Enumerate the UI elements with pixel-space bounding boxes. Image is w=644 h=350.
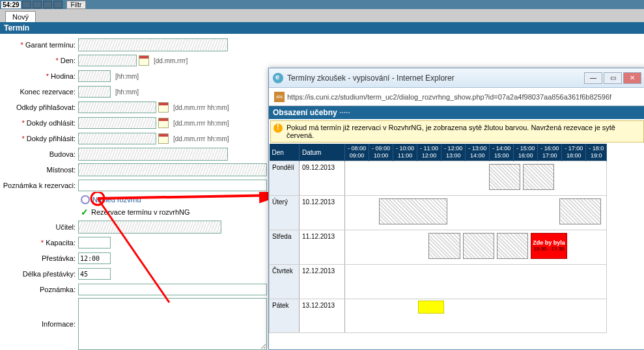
- schedule-block[interactable]: [497, 233, 528, 259]
- calendar-icon[interactable]: [158, 133, 169, 144]
- popup-titlebar[interactable]: Termíny zkoušek - vypisování - Internet …: [269, 68, 644, 88]
- reserved-block[interactable]: [418, 301, 444, 314]
- address-bar[interactable]: sis https://is.cuni.cz/studium/term_uc2/…: [269, 88, 644, 106]
- label-kapacita: Kapacita:: [46, 239, 76, 247]
- tab-novy[interactable]: Nový: [5, 11, 36, 22]
- dokdy-odhl-input[interactable]: [78, 117, 156, 129]
- print-icon[interactable]: [53, 1, 63, 8]
- label-budova: Budova:: [49, 150, 76, 158]
- table-row: Pátek 13.12.2013: [270, 299, 607, 333]
- label-pozn-rez: Poznámka k rezervaci:: [3, 182, 76, 189]
- schedule-block[interactable]: [559, 198, 601, 224]
- col-den: Den: [270, 144, 300, 161]
- popup-content: Obsazení učebny ····· Pokud má termín ji…: [269, 106, 644, 349]
- day-cell: Úterý: [270, 196, 300, 230]
- col-hour: - 16:0017:00: [538, 144, 562, 161]
- hint-dokdy-prihl: [dd.mm.rrrr hh:mm]: [171, 135, 229, 142]
- ie-icon: [273, 73, 283, 83]
- table-header-row: Den Datum - 08:0009:00 - 09:0010:00 - 10…: [270, 144, 607, 161]
- nahled-rozvrhu-link[interactable]: Náhled rozvrhu: [92, 196, 141, 204]
- hint-hodina: [hh:mm]: [113, 73, 139, 80]
- budova-select[interactable]: x: [78, 148, 228, 161]
- informace-textarea[interactable]: [78, 298, 267, 350]
- col-hour: - 08:0009:00: [345, 144, 369, 161]
- col-hour: - 12:0013:00: [441, 144, 466, 161]
- schedule-block[interactable]: [428, 233, 460, 259]
- hint-dokdy-odhl: [dd.mm.rrrr hh:mm]: [171, 120, 229, 127]
- col-hour: - 13:0014:00: [466, 144, 490, 161]
- sis-favicon-icon: sis: [274, 92, 285, 102]
- tab-row: Nový: [0, 9, 644, 22]
- day-cell: Pátek: [270, 299, 300, 333]
- hint-odkdy: [dd.mm.rrrr hh:mm]: [171, 104, 229, 111]
- top-toolbar: 54:29 Filtr: [0, 0, 644, 9]
- label-garant: Garant termínu:: [25, 41, 76, 49]
- star-icon[interactable]: [33, 1, 42, 8]
- popup-title: Termíny zkoušek - vypisování - Internet …: [287, 74, 455, 83]
- minimize-button[interactable]: —: [584, 72, 602, 84]
- delka-input[interactable]: [78, 268, 111, 280]
- filter-button[interactable]: Filtr: [66, 1, 87, 9]
- label-ucitel: Učitel:: [55, 223, 76, 231]
- popup-window: Termíny zkoušek - vypisování - Internet …: [268, 68, 644, 350]
- proposed-block[interactable]: Zde by byla 15:30 - 17:30: [531, 233, 567, 259]
- label-konec: Konec rezervace:: [20, 88, 76, 96]
- schedule-table: Den Datum - 08:0009:00 - 09:0010:00 - 10…: [269, 144, 607, 333]
- day-cell: Pondělí: [270, 161, 300, 196]
- calendar-icon[interactable]: [158, 102, 169, 113]
- col-hour: - 14:0015:00: [490, 144, 514, 161]
- label-odkdy: Odkdy přihlašovat:: [16, 103, 76, 111]
- section-termin-header: Termín: [0, 22, 644, 34]
- label-den: Den:: [61, 57, 76, 64]
- hint-den: [dd.mm.rrrr]: [151, 57, 188, 64]
- label-mistnost: Místnost:: [46, 166, 76, 174]
- date-cell: 09.12.2013: [300, 161, 345, 196]
- poznamka-input[interactable]: [78, 284, 267, 295]
- schedule-block[interactable]: [523, 164, 554, 190]
- konec-input[interactable]: [78, 86, 111, 98]
- close-button[interactable]: ✕: [623, 72, 641, 84]
- preview-icon: [81, 195, 90, 204]
- label-dokdy-prihl: Dokdy přihlásit:: [27, 135, 76, 142]
- day-cell: Středa: [270, 230, 300, 265]
- kapacita-input[interactable]: [78, 237, 111, 249]
- col-hour: - 11:0012:00: [417, 144, 441, 161]
- poznamka-rez-input[interactable]: [78, 180, 267, 191]
- url-text: https://is.cuni.cz/studium/term_uc2/dial…: [287, 93, 611, 101]
- garant-select[interactable]: x: [78, 38, 228, 51]
- col-hour: - 18:019:0: [586, 144, 607, 161]
- date-cell: 13.12.2013: [300, 299, 345, 333]
- col-hour: - 09:0010:00: [369, 144, 393, 161]
- maximize-button[interactable]: ▭: [604, 72, 622, 84]
- schedule-block[interactable]: [463, 233, 494, 259]
- odkdy-input[interactable]: [78, 101, 156, 113]
- table-row: Čtvrtek 12.12.2013: [270, 265, 607, 299]
- table-row: Pondělí 09.12.2013: [270, 161, 607, 196]
- date-cell: 10.12.2013: [300, 196, 345, 230]
- room-header: Obsazení učebny ·····: [269, 106, 644, 119]
- calendar-icon[interactable]: [139, 55, 149, 66]
- col-hour: - 15:0016:00: [514, 144, 538, 161]
- hodina-input[interactable]: [78, 70, 111, 82]
- home-icon[interactable]: [22, 1, 31, 8]
- mistnost-select[interactable]: x: [78, 163, 267, 176]
- ucitel-select[interactable]: x: [78, 221, 221, 234]
- notice-box: Pokud má termín již rezervaci v RozvhrNG…: [270, 120, 644, 142]
- rezervace-ng-label: Rezervace termínu v rozvrhNG: [91, 208, 190, 216]
- label-hodina: Hodina:: [51, 72, 76, 80]
- col-hour: - 17:0018:00: [562, 144, 586, 161]
- clock: 54:29: [1, 1, 21, 8]
- schedule-block[interactable]: [379, 198, 447, 224]
- den-input[interactable]: [78, 55, 137, 66]
- prestavka-input[interactable]: [78, 252, 111, 264]
- dokdy-prihl-input[interactable]: [78, 133, 156, 144]
- label-informace: Informace:: [42, 320, 76, 328]
- bookmark-icon[interactable]: [43, 1, 52, 8]
- calendar-icon[interactable]: [158, 118, 169, 128]
- warning-icon: [273, 124, 283, 133]
- table-row: Úterý 10.12.2013: [270, 196, 607, 230]
- label-dokdy-odhl: Dokdy odhlásit:: [27, 119, 76, 127]
- label-poznamka: Poznámka:: [40, 286, 76, 293]
- schedule-block[interactable]: [489, 164, 520, 190]
- check-icon: [81, 207, 89, 217]
